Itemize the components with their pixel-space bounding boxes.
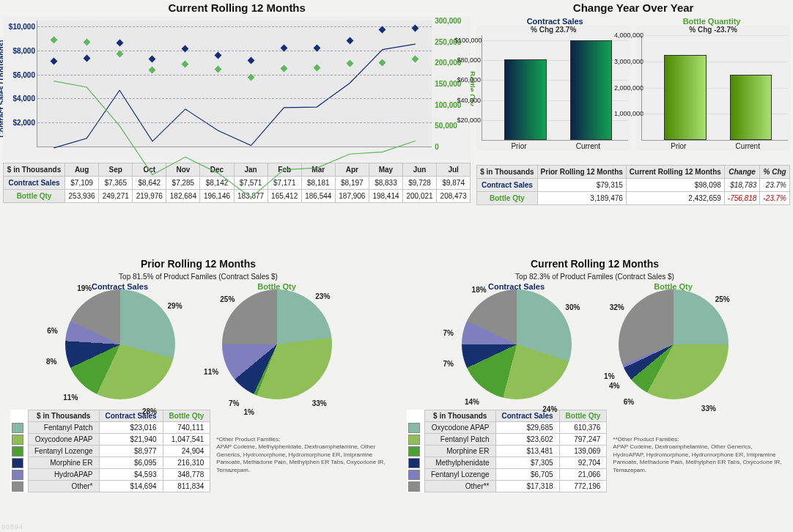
series-line-contract-sales bbox=[54, 44, 415, 148]
legend-swatch bbox=[12, 458, 23, 468]
current-label: Current bbox=[553, 142, 622, 150]
current-product-table: $ in ThousandsContract SalesBottle QtyOx… bbox=[407, 410, 607, 492]
current-pie-pair: Contract Sales 30%24%14%7%7%18% Bottle Q… bbox=[399, 282, 790, 407]
line-chart: $2,000$4,000$6,000$8,000$10,000050,00010… bbox=[3, 17, 471, 160]
prior-footnote-head: *Other Product Families: bbox=[216, 436, 280, 443]
y-tick: $60,000 bbox=[454, 76, 481, 84]
prior-product-table: $ in ThousandsContract SalesBottle QtyFe… bbox=[10, 410, 210, 492]
pie-slice-label: 6% bbox=[47, 327, 57, 335]
pie-slice-label: 11% bbox=[63, 394, 78, 402]
y-tick: $100,000 bbox=[454, 37, 481, 44]
y-tick: 3,000,000 bbox=[614, 58, 641, 65]
pie-chart bbox=[619, 289, 729, 399]
y-right-tick: 0 bbox=[435, 143, 470, 151]
top-row: Current Rolling 12 Months Contract Sales… bbox=[3, 1, 790, 251]
legend-swatch bbox=[408, 446, 420, 457]
yoy-qty-chart: % Chg -23.7% 1,000,0002,000,0003,000,000… bbox=[636, 26, 790, 150]
pie-slice-label: 33% bbox=[312, 399, 327, 407]
y-right-tick: 300,000 bbox=[435, 17, 470, 25]
current-subtitle: Top 82.3% of Product Familes (Contract S… bbox=[399, 273, 790, 281]
y-tick: 1,000,000 bbox=[614, 110, 641, 117]
yoy-charts: % Chg 23.7% $20,000$40,000$60,000$80,000… bbox=[476, 26, 790, 150]
current-footnote-head: **Other Product Families: bbox=[613, 436, 679, 443]
rolling-12-title: Current Rolling 12 Months bbox=[3, 1, 471, 14]
current-footnote-body: APAP Codeine, Dextroamphetamine, Other G… bbox=[613, 443, 781, 473]
prior-label: Prior bbox=[644, 142, 713, 150]
pie-chart bbox=[222, 289, 332, 399]
pie-slice-label: 1% bbox=[244, 408, 254, 416]
yoy-sales-label: Contract Sales bbox=[476, 17, 633, 26]
legend-swatch bbox=[408, 423, 420, 433]
current-label: Current bbox=[713, 142, 782, 150]
watermark: 00894 bbox=[1, 523, 23, 531]
current-pie-block: Current Rolling 12 Months Top 82.3% of P… bbox=[399, 258, 790, 522]
plot-area: $2,000$4,000$6,000$8,000$10,000050,00010… bbox=[37, 21, 432, 147]
pie-slice-label: 1% bbox=[604, 372, 614, 380]
yoy-sales-bar-area: $20,000$40,000$60,000$80,000$100,000 bbox=[482, 35, 628, 141]
y-tick: $20,000 bbox=[454, 117, 481, 124]
y-left-tick: $4,000 bbox=[4, 95, 35, 103]
bar-prior bbox=[664, 55, 707, 140]
pie-slice-label: 8% bbox=[46, 357, 56, 365]
yoy-sales-chart: % Chg 23.7% $20,000$40,000$60,000$80,000… bbox=[476, 26, 630, 150]
legend-swatch bbox=[12, 481, 23, 492]
legend-swatch bbox=[408, 470, 420, 480]
current-footnote: **Other Product Families: APAP Codeine, … bbox=[607, 407, 790, 474]
bar-current bbox=[570, 40, 613, 140]
yoy-qty-bar-area: 1,000,0002,000,0003,000,0004,000,000 bbox=[641, 35, 788, 141]
pie-slice-label: 25% bbox=[715, 295, 730, 303]
prior-qty-pie: Bottle Qty 23%33%1%7%11%25% bbox=[200, 282, 354, 407]
line-chart-container: Contract Sales (Thousands) Bottle Qty $2… bbox=[3, 17, 471, 160]
pie-slice-label: 24% bbox=[542, 405, 557, 413]
prior-sales-pie: Contract Sales 29%28%11%8%6%19% bbox=[43, 282, 197, 407]
prior-footnote-body: APAP Codeine, Methylphenidate, Dextroamp… bbox=[216, 443, 385, 473]
pie-slice-label: 7% bbox=[443, 329, 454, 337]
legend-swatch bbox=[408, 481, 420, 492]
pie-slice-label: 30% bbox=[565, 303, 580, 311]
pie-slice-label: 4% bbox=[609, 381, 619, 389]
yoy-subtitle-row: Contract Sales Bottle Quantity bbox=[476, 17, 790, 26]
pie-slice-label: 19% bbox=[77, 284, 92, 292]
pie-slice-label: 33% bbox=[701, 404, 716, 412]
y-left-tick: $8,000 bbox=[4, 46, 35, 54]
yoy-table: $ in ThousandsPrior Rolling 12 MonthsCur… bbox=[476, 165, 790, 205]
pie-slice-label: 32% bbox=[610, 303, 624, 311]
pie-slice-label: 11% bbox=[204, 368, 218, 376]
legend-swatch bbox=[12, 446, 23, 457]
yoy-title: Change Year Over Year bbox=[476, 1, 790, 14]
yoy-qty-chg: % Chg -23.7% bbox=[689, 26, 737, 34]
yoy-panel: Change Year Over Year Contract Sales Bot… bbox=[476, 1, 790, 251]
y-tick: $80,000 bbox=[454, 56, 481, 64]
yoy-sales-chg: % Chg 23.7% bbox=[531, 26, 576, 34]
bar-current bbox=[730, 75, 772, 140]
current-title: Current Rolling 12 Months bbox=[399, 258, 790, 270]
pie-slice-label: 7% bbox=[443, 359, 454, 367]
pie-slice-label: 6% bbox=[624, 398, 634, 406]
y-tick: 2,000,000 bbox=[614, 84, 641, 92]
yoy-qty-cat-labels: Prior Current bbox=[644, 142, 783, 150]
pie-slice-label: 29% bbox=[168, 301, 182, 309]
legend-swatch bbox=[408, 435, 420, 445]
pie-chart bbox=[65, 289, 175, 399]
yoy-qty-label: Bottle Quantity bbox=[633, 17, 790, 26]
pie-slice-label: 14% bbox=[465, 398, 479, 406]
y-left-tick: $2,000 bbox=[4, 119, 35, 127]
rolling-12-panel: Current Rolling 12 Months Contract Sales… bbox=[3, 1, 471, 251]
yoy-sales-cat-labels: Prior Current bbox=[484, 142, 623, 150]
y-tick: 4,000,000 bbox=[614, 32, 641, 39]
y-tick: $40,000 bbox=[454, 97, 481, 104]
y-left-tick: $6,000 bbox=[4, 70, 35, 78]
current-qty-pie: Bottle Qty 25%33%6%4%1%32% bbox=[597, 282, 750, 407]
pie-slice-label: 25% bbox=[220, 295, 235, 303]
pie-chart bbox=[462, 289, 572, 399]
dashboard: Current Rolling 12 Months Contract Sales… bbox=[0, 0, 793, 532]
legend-swatch bbox=[12, 423, 23, 433]
prior-label: Prior bbox=[484, 142, 553, 150]
bar-prior bbox=[504, 59, 547, 140]
legend-swatch bbox=[12, 470, 23, 480]
pie-slice-label: 28% bbox=[142, 407, 157, 415]
prior-footnote: *Other Product Families: APAP Codeine, M… bbox=[210, 407, 394, 474]
legend-swatch bbox=[408, 458, 420, 468]
pie-slice-label: 7% bbox=[229, 399, 239, 407]
pie-slice-label: 18% bbox=[472, 285, 487, 293]
